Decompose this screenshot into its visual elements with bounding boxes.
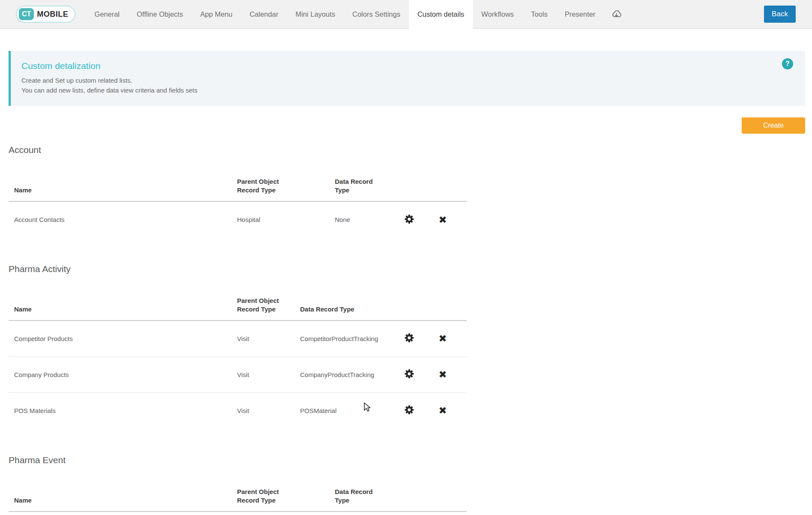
column-header-actions-1 <box>398 465 433 512</box>
column-header-parent-object-record-type: Parent Object Record Type <box>232 155 329 201</box>
delete-x-icon[interactable]: ✖ <box>439 214 447 225</box>
column-header-actions-2 <box>433 274 467 320</box>
settings-gear-icon[interactable] <box>404 368 415 379</box>
column-header-name: Name <box>9 274 232 320</box>
create-row: Create <box>0 117 805 134</box>
tab-offline-objects[interactable]: Offline Objects <box>128 0 192 28</box>
sections-container: Account Name Parent Object Record Type D… <box>0 145 812 512</box>
detail-table: Name Parent Object Record Type Data Reco… <box>9 274 467 428</box>
app-logo: CT MOBILE <box>16 0 75 28</box>
settings-gear-icon[interactable] <box>404 332 415 343</box>
section-title: Account <box>9 145 812 155</box>
tab-custom-details[interactable]: Custom details <box>409 0 473 28</box>
row-name-cell: Company Products <box>9 356 232 392</box>
table-header-row: Name Parent Object Record Type Data Reco… <box>9 155 467 201</box>
settings-gear-icon[interactable] <box>404 404 415 415</box>
column-header-actions-1 <box>398 155 433 201</box>
column-header-actions-1 <box>398 274 433 320</box>
tab-workflows[interactable]: Workflows <box>473 0 523 28</box>
row-parent-type-cell: Hospital <box>232 201 329 237</box>
tab-colors-settings[interactable]: Colors Settings <box>344 0 409 28</box>
column-header-actions-2 <box>433 155 467 201</box>
page-title: Custom detalization <box>21 61 779 71</box>
column-header-parent-object-record-type: Parent Object Record Type <box>232 465 329 512</box>
column-header-data-record-type: Data Record Type <box>295 274 398 320</box>
table-header-row: Name Parent Object Record Type Data Reco… <box>9 274 467 320</box>
delete-x-icon[interactable]: ✖ <box>439 405 447 416</box>
column-header-data-record-type: Data Record Type <box>329 465 398 512</box>
row-parent-type-cell: Visit <box>232 320 295 356</box>
panel-description-line2: You can add new lists, define data view … <box>21 85 779 95</box>
logo-ct-badge: CT <box>19 8 34 20</box>
tab-calendar[interactable]: Calendar <box>241 0 287 28</box>
detail-section: Account Name Parent Object Record Type D… <box>9 145 812 237</box>
delete-x-icon[interactable]: ✖ <box>439 333 447 344</box>
logo-pill: CT MOBILE <box>16 6 75 23</box>
column-header-actions-2 <box>433 465 467 512</box>
row-data-type-cell: POSMaterial <box>295 392 398 428</box>
nav-tabs: General Offline Objects App Menu Calenda… <box>86 0 629 28</box>
settings-gear-icon[interactable] <box>404 214 415 225</box>
detail-table: Name Parent Object Record Type Data Reco… <box>9 465 467 512</box>
row-data-type-cell: None <box>329 201 398 237</box>
top-navbar: CT MOBILE General Offline Objects App Me… <box>0 0 812 29</box>
detail-section: Pharma Activity Name Parent Object Recor… <box>9 264 812 428</box>
create-button[interactable]: Create <box>742 117 805 134</box>
tab-general[interactable]: General <box>86 0 128 28</box>
tab-app-menu[interactable]: App Menu <box>192 0 241 28</box>
row-data-type-cell: CompetitorProductTracking <box>295 320 398 356</box>
table-row: Account ContactsHospitalNone✖ <box>9 201 467 237</box>
help-icon[interactable]: ? <box>782 58 793 69</box>
column-header-data-record-type: Data Record Type <box>329 155 398 201</box>
tab-mini-layouts[interactable]: Mini Layouts <box>287 0 344 28</box>
column-header-name: Name <box>9 155 232 201</box>
row-parent-type-cell: Visit <box>232 356 295 392</box>
back-button[interactable]: Back <box>764 6 796 23</box>
row-name-cell: Competitor Products <box>9 320 232 356</box>
cloud-download-icon[interactable] <box>604 0 629 28</box>
row-data-type-cell: CompanyProductTracking <box>295 356 398 392</box>
table-header-row: Name Parent Object Record Type Data Reco… <box>9 465 467 512</box>
table-row: POS MaterialsVisitPOSMaterial✖ <box>9 392 467 428</box>
row-name-cell: Account Contacts <box>9 201 232 237</box>
table-row: Company ProductsVisitCompanyProductTrack… <box>9 356 467 392</box>
delete-x-icon[interactable]: ✖ <box>439 369 447 380</box>
column-header-name: Name <box>9 465 232 512</box>
tab-tools[interactable]: Tools <box>523 0 556 28</box>
table-row: Competitor ProductsVisitCompetitorProduc… <box>9 320 467 356</box>
panel-description-line1: Create and Set up custom related lists. <box>21 75 779 85</box>
section-title: Pharma Event <box>9 455 812 465</box>
custom-detalization-panel: Custom detalization Create and Set up cu… <box>9 51 805 106</box>
detail-table: Name Parent Object Record Type Data Reco… <box>9 155 467 237</box>
column-header-parent-object-record-type: Parent Object Record Type <box>232 274 295 320</box>
logo-text: MOBILE <box>37 10 68 19</box>
detail-section: Pharma Event Name Parent Object Record T… <box>9 455 812 512</box>
section-title: Pharma Activity <box>9 264 812 274</box>
row-name-cell: POS Materials <box>9 392 232 428</box>
row-parent-type-cell: Visit <box>232 392 295 428</box>
tab-presenter[interactable]: Presenter <box>556 0 604 28</box>
